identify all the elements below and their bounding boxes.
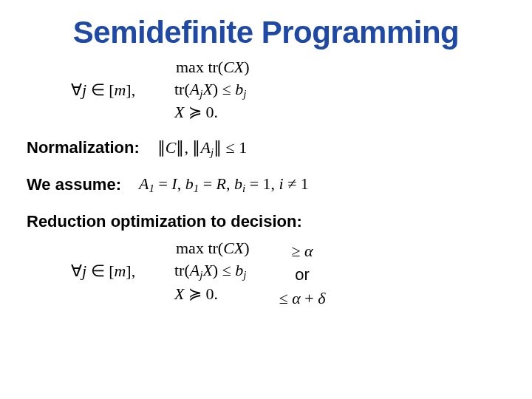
normalization-expr: ∥C∥, ∥Aj∥ ≤ 1 (157, 137, 247, 160)
sdp-objective-2: max tr(CX) (176, 237, 250, 259)
sdp-constraint-row: ∀j ∈ [m], tr(AjX) ≤ bj (71, 78, 505, 101)
alpha-lower: ≤ α + δ (279, 289, 326, 308)
alpha-block: ≥ α or ≤ α + δ (279, 242, 326, 308)
sdp-psd: X ≽ 0. (174, 101, 218, 123)
sdp-constraint: tr(AjX) ≤ bj (174, 78, 246, 101)
normalization-label: Normalization: (27, 138, 140, 157)
sdp-forall: ∀j ∈ [m], (71, 79, 160, 101)
assume-expr: A1 = I, b1 = R, bi = 1, i ≠ 1 (139, 173, 309, 196)
slide: Semidefinite Programming max tr(CX) ∀j ∈… (0, 0, 532, 399)
reduction-section: Reduction optimization to decision: max … (27, 212, 505, 308)
normalization-row: Normalization: ∥C∥, ∥Aj∥ ≤ 1 (27, 137, 505, 160)
sdp-psd-row: X ≽ 0. (71, 101, 505, 123)
or-text: or (279, 265, 326, 284)
sdp-objective: max tr(CX) (176, 56, 505, 78)
sdp-constraint-2: tr(AjX) ≤ bj (174, 259, 246, 282)
sdp-formulation: max tr(CX) ∀j ∈ [m], tr(AjX) ≤ bj X ≽ 0. (71, 56, 505, 123)
sdp-forall-2: ∀j ∈ [m], (71, 260, 160, 282)
alpha-upper: ≥ α (279, 242, 326, 261)
reduction-label: Reduction optimization to decision: (27, 212, 505, 231)
slide-title: Semidefinite Programming (27, 15, 505, 50)
sdp-psd-2: X ≽ 0. (174, 283, 218, 305)
sdp-constraint-row-2: ∀j ∈ [m], tr(AjX) ≤ bj (71, 259, 250, 282)
sdp-formulation-decision: max tr(CX) ∀j ∈ [m], tr(AjX) ≤ bj X ≽ 0. (71, 237, 250, 304)
assume-label: We assume: (27, 175, 121, 194)
assume-row: We assume: A1 = I, b1 = R, bi = 1, i ≠ 1 (27, 173, 505, 196)
sdp-psd-row-2: X ≽ 0. (71, 283, 250, 305)
decision-wrap: max tr(CX) ∀j ∈ [m], tr(AjX) ≤ bj X ≽ 0.… (27, 237, 505, 308)
